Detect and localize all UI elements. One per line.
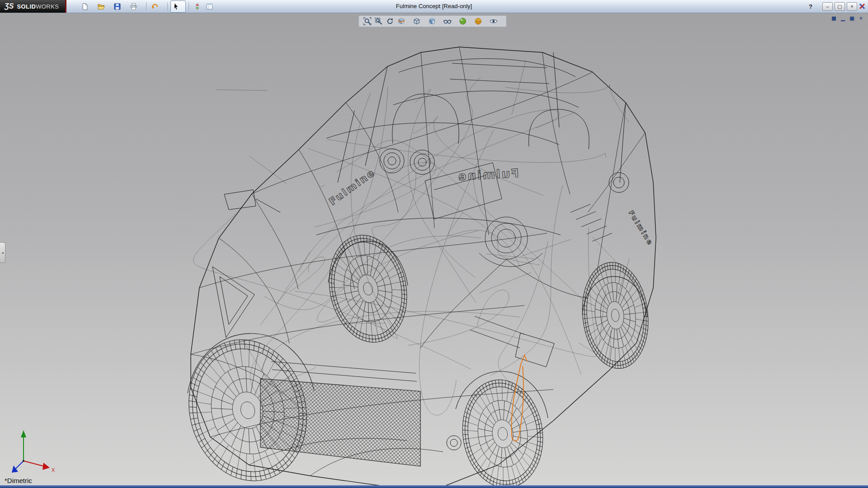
view-settings-button[interactable] bbox=[489, 17, 502, 26]
toolbar-separator bbox=[146, 2, 146, 10]
window-controls: ? – ▢ × bbox=[807, 2, 868, 11]
document-title: Fulmine Concept [Read-only] bbox=[396, 3, 472, 9]
apply-scene-icon bbox=[474, 17, 482, 25]
tile-windows-button[interactable]: ▦ bbox=[830, 15, 837, 21]
section-view-button[interactable] bbox=[397, 17, 410, 26]
view-orientation-icon bbox=[413, 17, 421, 25]
new-document-button[interactable] bbox=[79, 0, 94, 13]
select-icon bbox=[172, 3, 180, 10]
zoom-to-fit-icon bbox=[363, 17, 372, 25]
print-icon bbox=[130, 3, 137, 10]
hide-show-items-button[interactable] bbox=[443, 17, 456, 26]
triad-x-label: X bbox=[52, 467, 55, 473]
wireframe-hidden-lines bbox=[193, 60, 644, 415]
doc-restore-button[interactable]: ▣ bbox=[849, 15, 855, 21]
previous-view-icon bbox=[386, 17, 394, 25]
doc-minimize-button[interactable]: ▁ bbox=[840, 15, 846, 21]
title-bar: ƷS SOLIDWORKS Fulmine Concept [Read-only… bbox=[0, 0, 868, 13]
zoom-to-fit-button[interactable] bbox=[363, 17, 372, 26]
print-button[interactable] bbox=[128, 0, 143, 13]
toolbar-separator bbox=[167, 2, 168, 10]
bottom-status-strip bbox=[0, 485, 868, 488]
view-settings-icon bbox=[490, 17, 498, 25]
doc-close-button[interactable]: × bbox=[858, 15, 864, 21]
feature-manager-collapse-tab[interactable]: ◂ bbox=[0, 242, 5, 263]
file-properties-icon bbox=[206, 3, 213, 10]
model-scene: Fulmine Fulmine Fulmine X bbox=[0, 13, 868, 488]
open-icon bbox=[97, 3, 105, 10]
dassault-3ds-logo-icon: ƷS bbox=[5, 2, 14, 10]
save-icon bbox=[113, 3, 121, 10]
car-badge-front: Fulmine bbox=[457, 166, 519, 183]
rebuild-button[interactable] bbox=[192, 0, 203, 13]
zoom-to-area-icon bbox=[375, 17, 383, 25]
save-button[interactable] bbox=[112, 0, 127, 13]
graphics-viewport[interactable]: Fulmine Fulmine Fulmine X ▦▁▣× ◂ bbox=[0, 13, 868, 488]
new-document-icon bbox=[81, 3, 89, 10]
car-badge-right: Fulmine bbox=[627, 209, 655, 247]
minimize-button[interactable]: – bbox=[822, 2, 833, 11]
document-window-controls: ▦▁▣× bbox=[830, 15, 864, 21]
display-style-icon bbox=[428, 17, 436, 25]
heads-up-view-toolbar bbox=[359, 15, 507, 27]
display-style-button[interactable] bbox=[428, 17, 441, 26]
rebuild-icon bbox=[193, 3, 201, 10]
solidworks-wordmark: SOLIDWORKS bbox=[17, 3, 59, 10]
previous-view-button[interactable] bbox=[386, 17, 395, 26]
close-button[interactable]: × bbox=[847, 2, 857, 11]
undo-button[interactable] bbox=[149, 0, 165, 13]
help-icon[interactable]: ? bbox=[807, 3, 815, 10]
section-view-icon bbox=[397, 17, 406, 25]
resources-x-icon[interactable] bbox=[859, 3, 865, 9]
car-badge-left: Fulmine bbox=[327, 167, 377, 207]
main-toolbar bbox=[79, 0, 219, 13]
solidworks-logo: ƷS SOLIDWORKS bbox=[0, 0, 65, 13]
edit-appearance-button[interactable] bbox=[458, 17, 472, 26]
logo-accent-divider bbox=[65, 0, 66, 13]
edit-appearance-icon bbox=[459, 17, 467, 25]
select-button[interactable] bbox=[170, 0, 186, 13]
zoom-to-area-button[interactable] bbox=[374, 17, 383, 26]
open-button[interactable] bbox=[95, 0, 111, 13]
view-orientation-button[interactable] bbox=[412, 17, 425, 26]
file-properties-button[interactable] bbox=[204, 0, 219, 13]
toolbar-separator bbox=[189, 2, 189, 10]
undo-icon bbox=[151, 3, 159, 10]
hide-show-items-icon bbox=[443, 17, 452, 25]
view-orientation-label: *Dimetric bbox=[5, 477, 32, 484]
maximize-button[interactable]: ▢ bbox=[835, 2, 845, 11]
apply-scene-button[interactable] bbox=[474, 17, 487, 26]
orientation-triad: X bbox=[12, 430, 55, 473]
car-wireframe: Fulmine Fulmine Fulmine bbox=[188, 47, 656, 487]
